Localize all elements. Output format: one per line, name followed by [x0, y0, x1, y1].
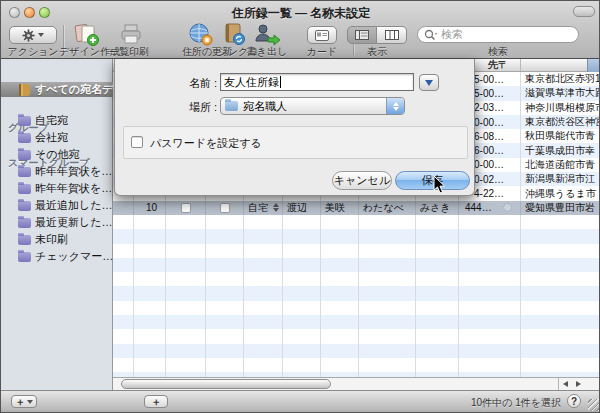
resize-grip-icon[interactable]: [588, 399, 600, 411]
password-option-panel: パスワードを設定する: [123, 126, 468, 159]
save-sheet-dialog: 名前 : 友人住所録 場所 : 宛名職人 パスワードを設定する キャンセル 保存: [114, 59, 475, 196]
window-title: 住所録一覧 — 名称未設定: [1, 5, 600, 22]
arrow-cursor-icon: [433, 175, 447, 194]
search-placeholder: 検索: [441, 27, 463, 42]
action-button[interactable]: [9, 26, 57, 44]
sidebar-item-checkmark[interactable]: チェックマー…: [1, 249, 113, 264]
help-button[interactable]: ?: [567, 394, 581, 408]
selected-table-row[interactable]: 10 自宅 渡辺 美咲 わたなべ みさき 444… 愛知県豊田市岩: [113, 201, 599, 215]
sidebar-item-recently-added[interactable]: 最近追加した…: [1, 198, 113, 213]
password-checkbox[interactable]: [131, 136, 143, 148]
scroll-right-button[interactable]: [572, 378, 585, 390]
sidebar-item-lastyear-2[interactable]: 昨年年賀状を…: [1, 181, 113, 196]
empty-row: [113, 315, 599, 329]
address-cell: 愛知県豊田市岩: [521, 201, 599, 215]
address-book-icon: [19, 84, 30, 96]
stepper-icon[interactable]: [273, 203, 279, 212]
sidebar: グループ すべての宛名デー スマートグループ 自宅宛 会社宛 その他宛 昨年年賀…: [1, 59, 113, 390]
left-arrow-icon: [563, 381, 568, 387]
scrollbar-arrows: [558, 378, 585, 390]
popup-stepper-icon: [386, 98, 404, 114]
sidebar-item-all-data[interactable]: すべての宛名デー: [1, 82, 113, 97]
empty-row: [113, 229, 599, 243]
text-caret: [280, 76, 281, 88]
chevron-down-icon: [425, 80, 433, 86]
card-button[interactable]: [307, 26, 337, 44]
selection-status-text: 10件中の 1件を選択: [471, 396, 561, 410]
app-window: 住所録一覧 — 名称未設定 アクション デザイン作成: [0, 0, 600, 413]
smart-folder-icon: [18, 133, 31, 143]
column-view-icon: [385, 30, 399, 40]
password-checkbox-label: パスワードを設定する: [150, 136, 262, 151]
card-label: カード: [297, 45, 347, 59]
sync-button[interactable]: [222, 23, 250, 44]
first-name-cell: 美咲: [321, 201, 359, 215]
empty-row: [113, 215, 599, 229]
view-label: 表示: [352, 45, 402, 59]
smart-folder-icon: [18, 252, 31, 262]
name-label: 名前 :: [115, 76, 217, 91]
add-record-button[interactable]: ＋: [144, 395, 168, 408]
name-field[interactable]: 友人住所録: [220, 73, 414, 91]
kana-first-cell: みさき: [416, 201, 459, 215]
printer-icon: [119, 23, 145, 45]
kana-last-cell: わたなべ: [359, 201, 416, 215]
scroll-left-button[interactable]: [559, 378, 572, 390]
empty-row: [113, 244, 599, 258]
gear-icon: [22, 29, 35, 42]
chevron-down-icon: [38, 33, 44, 37]
list-view-icon: [355, 30, 369, 40]
window-header: 住所録一覧 — 名称未設定 アクション デザイン作成: [1, 1, 600, 59]
row-checkbox[interactable]: [181, 203, 191, 213]
design-create-button[interactable]: [73, 23, 101, 44]
smart-folder-icon: [18, 184, 31, 194]
toolbar-toggle-pill[interactable]: [573, 6, 595, 17]
search-label: 検索: [473, 45, 523, 59]
sidebar-item-recently-updated[interactable]: 最近更新した…: [1, 215, 113, 230]
empty-row: [113, 272, 599, 286]
row-checkbox[interactable]: [220, 203, 230, 213]
card-icon: [315, 30, 329, 41]
action-label: アクション: [7, 45, 59, 59]
add-group-menu-button[interactable]: ＋: [11, 395, 37, 408]
smart-folder-icon: [18, 218, 31, 228]
empty-row: [113, 358, 599, 372]
person-export-icon: [253, 23, 281, 47]
sidebar-item-other[interactable]: その他宛: [1, 147, 113, 162]
sidebar-item-company[interactable]: 会社宛: [1, 130, 113, 145]
horizontal-scrollbar[interactable]: [113, 377, 599, 390]
empty-row: [113, 344, 599, 358]
view-list-segment[interactable]: [347, 26, 377, 44]
sidebar-item-home[interactable]: 自宅宛: [1, 113, 113, 128]
list-print-label: 一覧印刷: [105, 45, 153, 59]
empty-row: [113, 301, 599, 315]
address-update-button[interactable]: [187, 23, 215, 44]
scrollbar-placard: [587, 59, 599, 72]
address-type-cell[interactable]: 自宅: [244, 201, 283, 215]
view-column-segment[interactable]: [377, 26, 407, 44]
view-segmented-control: [347, 26, 407, 44]
export-label: 書き出し: [245, 45, 289, 59]
list-print-button[interactable]: [119, 23, 147, 44]
chevron-down-icon: [27, 400, 33, 404]
export-button[interactable]: [253, 23, 281, 44]
search-input[interactable]: 検索: [417, 26, 579, 43]
empty-row: [113, 258, 599, 272]
scrollbar-thumb[interactable]: [121, 379, 331, 389]
cancel-button[interactable]: キャンセル: [332, 171, 392, 190]
smart-folder-icon: [18, 116, 31, 126]
book-sync-icon: [222, 23, 248, 47]
row-number: 10: [134, 201, 166, 215]
popup-badge-icon[interactable]: [503, 203, 512, 212]
smart-folder-icon: [18, 235, 31, 245]
sidebar-item-lastyear-1[interactable]: 昨年年賀状を…: [1, 164, 113, 179]
globe-icon: [187, 23, 215, 47]
smart-folder-icon: [18, 167, 31, 177]
empty-row: [113, 329, 599, 343]
folder-icon: [225, 101, 238, 111]
smart-folder-icon: [18, 150, 31, 160]
disclosure-button[interactable]: [419, 74, 439, 91]
location-popup[interactable]: 宛名職人: [220, 97, 405, 115]
empty-row: [113, 286, 599, 300]
sidebar-item-unprinted[interactable]: 未印刷: [1, 232, 113, 247]
